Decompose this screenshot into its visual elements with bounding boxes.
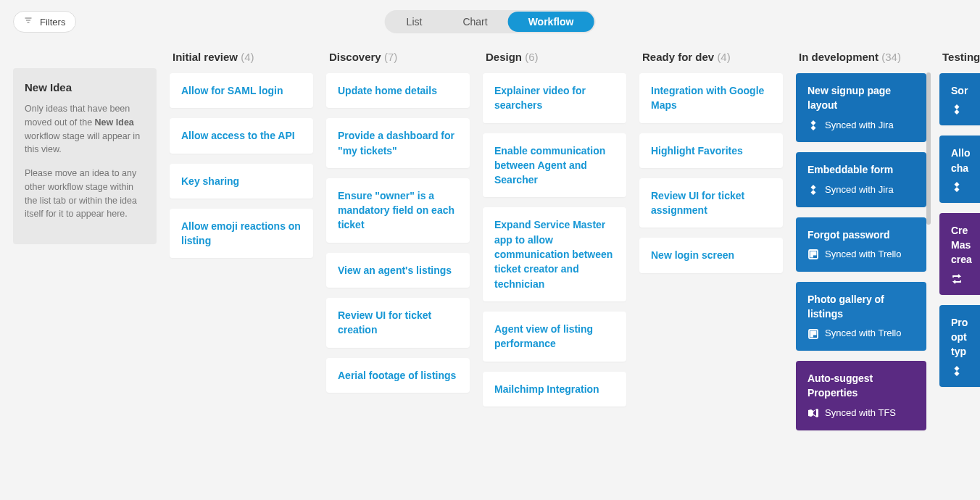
tfs-icon — [807, 407, 819, 419]
new-idea-title: New Idea — [25, 81, 145, 93]
idea-card[interactable]: Allow emoji reactions on listing — [170, 209, 313, 259]
svg-rect-7 — [811, 331, 813, 336]
jira-icon — [951, 365, 963, 377]
idea-card[interactable]: Explainer video for searchers — [483, 73, 626, 123]
trello-icon — [807, 249, 819, 260]
trello-icon — [807, 328, 819, 340]
idea-card[interactable]: Embeddable formSynced with Jira — [796, 152, 926, 207]
column-design: Design (6) Explainer video for searchers… — [483, 43, 626, 487]
jira-icon — [807, 184, 819, 196]
sync-label: Synced with Trello — [825, 327, 902, 341]
new-idea-text-1: Only ideas that have been moved out of t… — [25, 102, 145, 157]
sync-status — [951, 181, 972, 193]
idea-card[interactable]: Pro opt typ — [939, 305, 980, 387]
card-title: Pro opt typ — [951, 315, 972, 359]
idea-card[interactable]: Agent view of listing performance — [483, 312, 626, 362]
column-header: Discovery (7) — [326, 43, 470, 73]
column-new-idea: New Idea Only ideas that have been moved… — [13, 68, 157, 244]
card-title: Photo gallery of listings — [807, 292, 915, 322]
sync-status: Synced with Trello — [807, 248, 915, 262]
idea-card[interactable]: Provide a dashboard for "my tickets" — [326, 118, 470, 168]
sync-label: Synced with Trello — [825, 248, 902, 262]
card-title: Cre Mas crea — [951, 223, 972, 267]
sync-label: Synced with Jira — [825, 119, 894, 133]
idea-card[interactable]: Allow for SAML login — [170, 73, 313, 108]
filters-label: Filters — [40, 17, 65, 28]
column-initial-review: Initial review (4) Allow for SAML login … — [170, 43, 313, 487]
column-ready-for-dev: Ready for dev (4) Integration with Googl… — [639, 43, 783, 487]
idea-card[interactable]: Allo cha — [939, 136, 980, 203]
jira-icon — [951, 181, 963, 193]
card-title: Allo cha — [951, 146, 972, 175]
jira-icon — [807, 120, 819, 131]
idea-card[interactable]: Update home details — [326, 73, 470, 108]
tfs-icon — [951, 273, 963, 285]
column-header: Design (6) — [483, 43, 626, 73]
sync-status: Synced with Jira — [807, 183, 915, 197]
idea-card[interactable]: Photo gallery of listingsSynced with Tre… — [796, 282, 926, 351]
idea-card[interactable]: Review UI for ticket assignment — [639, 178, 783, 228]
card-title: Sor — [951, 83, 972, 98]
idea-card[interactable]: Forgot passwordSynced with Trello — [796, 217, 926, 272]
card-title: New signup page layout — [807, 83, 915, 113]
idea-card[interactable]: Ensure "owner" is a mandatory field on e… — [326, 178, 470, 243]
svg-rect-5 — [814, 252, 816, 255]
kanban-board: New Idea Only ideas that have been moved… — [0, 43, 980, 500]
idea-card[interactable]: Key sharing — [170, 164, 313, 199]
jira-icon — [951, 104, 963, 115]
svg-rect-4 — [811, 252, 813, 257]
idea-card[interactable]: Mailchimp Integration — [483, 372, 626, 407]
idea-card[interactable]: Cre Mas crea — [939, 213, 980, 295]
column-header: Ready for dev (4) — [639, 43, 783, 73]
column-header: In development (34) — [796, 43, 926, 73]
card-title: Embeddable form — [807, 162, 915, 177]
sync-label: Synced with TFS — [825, 407, 896, 420]
sync-label: Synced with Jira — [825, 183, 894, 197]
card-title: Auto-suggest Properties — [807, 371, 915, 401]
idea-card[interactable]: View an agent's listings — [326, 253, 470, 288]
column-testing: Testing SorAllo chaCre Mas creaPro opt t… — [939, 43, 980, 487]
column-discovery: Discovery (7) Update home details Provid… — [326, 43, 470, 487]
idea-card[interactable]: New signup page layoutSynced with Jira — [796, 73, 926, 142]
idea-card[interactable]: Aerial footage of listings — [326, 358, 470, 393]
sync-status — [951, 104, 972, 115]
idea-card[interactable]: Expand Service Master app to allow commu… — [483, 207, 626, 301]
tab-list[interactable]: List — [386, 12, 443, 32]
column-in-development: In development (34) New signup page layo… — [796, 43, 926, 487]
sync-status: Synced with Trello — [807, 327, 915, 341]
card-title: Forgot password — [807, 228, 915, 242]
column-header: Initial review (4) — [170, 43, 313, 73]
vertical-scrollbar[interactable] — [926, 72, 931, 225]
filter-icon — [24, 16, 36, 28]
svg-rect-8 — [814, 331, 816, 334]
tab-chart[interactable]: Chart — [442, 12, 507, 32]
view-tabs: List Chart Workflow — [385, 10, 596, 33]
sync-status: Synced with TFS — [807, 407, 915, 420]
idea-card[interactable]: Enable communication between Agent and S… — [483, 133, 626, 198]
idea-card[interactable]: Sor — [939, 73, 980, 125]
column-header: Testing — [939, 43, 980, 73]
idea-card[interactable]: New login screen — [639, 238, 783, 272]
filters-button[interactable]: Filters — [13, 11, 76, 33]
idea-card[interactable]: Review UI for ticket creation — [326, 298, 470, 348]
tab-workflow[interactable]: Workflow — [508, 12, 594, 32]
new-idea-text-2: Please move an idea to any other workflo… — [25, 167, 145, 221]
idea-card[interactable]: Allow access to the API — [170, 118, 313, 153]
sync-status: Synced with Jira — [807, 119, 915, 133]
idea-card[interactable]: Highlight Favorites — [639, 133, 783, 168]
sync-status — [951, 273, 972, 285]
idea-card[interactable]: Integration with Google Maps — [639, 73, 783, 123]
idea-card[interactable]: Auto-suggest PropertiesSynced with TFS — [796, 361, 926, 430]
sync-status — [951, 365, 972, 377]
